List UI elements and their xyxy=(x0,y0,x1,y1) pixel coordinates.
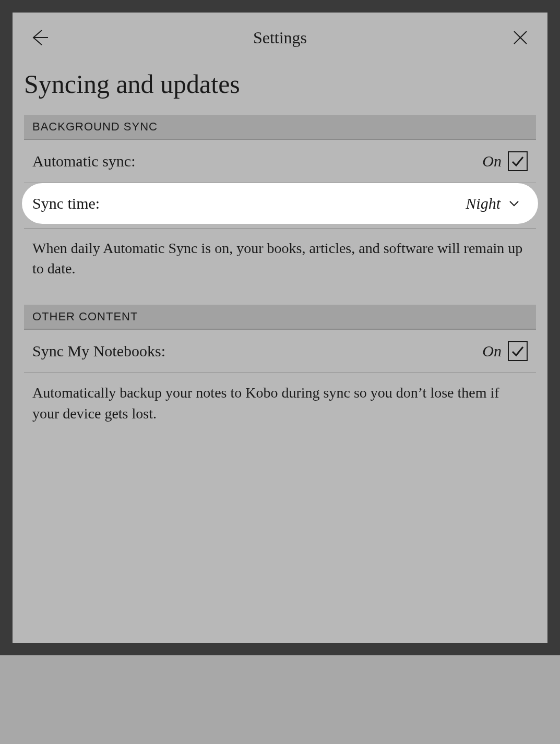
setting-row-sync-time[interactable]: Sync time: Night xyxy=(22,183,538,224)
sync-time-label: Sync time: xyxy=(32,195,100,212)
background-sync-description: When daily Automatic Sync is on, your bo… xyxy=(24,229,536,305)
content-area: Syncing and updates BACKGROUND SYNC Auto… xyxy=(13,58,547,450)
back-icon[interactable] xyxy=(29,27,50,48)
header-bar: Settings xyxy=(13,13,547,58)
sync-notebooks-label: Sync My Notebooks: xyxy=(32,342,165,360)
chevron-down-icon[interactable] xyxy=(507,196,521,211)
sync-notebooks-checkbox[interactable] xyxy=(508,341,528,361)
sync-notebooks-value-container: On xyxy=(482,341,528,361)
other-content-description: Automatically backup your notes to Kobo … xyxy=(24,373,536,449)
sync-time-value-container: Night xyxy=(466,195,521,212)
section-header-other-content: OTHER CONTENT xyxy=(24,305,536,330)
page-title: Syncing and updates xyxy=(24,58,536,115)
automatic-sync-label: Automatic sync: xyxy=(32,152,135,170)
close-icon[interactable] xyxy=(510,27,531,48)
settings-screen: Settings Syncing and updates BACKGROUND … xyxy=(13,13,547,643)
setting-row-sync-notebooks[interactable]: Sync My Notebooks: On xyxy=(24,330,536,373)
sync-notebooks-value: On xyxy=(482,342,502,360)
header-title: Settings xyxy=(253,28,307,47)
automatic-sync-value: On xyxy=(482,152,502,170)
section-header-background-sync: BACKGROUND SYNC xyxy=(24,115,536,140)
automatic-sync-value-container: On xyxy=(482,151,528,171)
sync-time-value: Night xyxy=(466,195,501,212)
outer-frame: Settings Syncing and updates BACKGROUND … xyxy=(0,0,560,655)
setting-row-automatic-sync[interactable]: Automatic sync: On xyxy=(24,140,536,183)
automatic-sync-checkbox[interactable] xyxy=(508,151,528,171)
